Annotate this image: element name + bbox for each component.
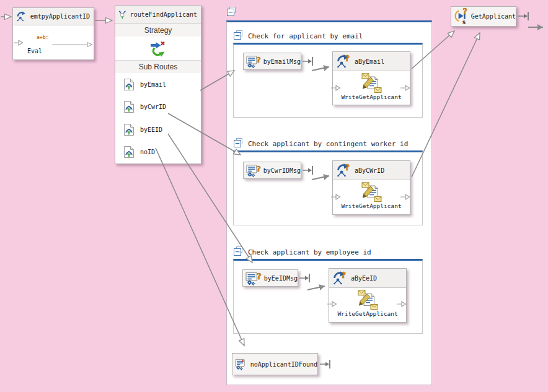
subroute-item-byCwrID[interactable]: byCwrID <box>115 96 201 119</box>
message-question-gears-icon: ? <box>246 163 261 178</box>
subroute-doc-icon <box>123 100 135 113</box>
first-match-strategy-icon[interactable] <box>149 39 167 58</box>
collapse-minus-icon: − <box>234 32 241 40</box>
node-label: WriteGetApplicant <box>341 94 401 100</box>
expression-icon: a+b= <box>37 35 48 40</box>
node-GetApplicant[interactable]: ? S GetApplicant <box>451 6 516 27</box>
subroute-label: byEEID <box>140 126 162 133</box>
subroutes-header: Sub Routes <box>115 60 201 73</box>
subroute-item-byEEID[interactable]: byEEID <box>115 118 201 141</box>
message-question-gears-icon: ? <box>245 271 262 285</box>
service-callout-icon: ? S <box>454 7 469 25</box>
section-header-ee: − Check applicant by employee id <box>234 248 371 256</box>
write-document-envelopes-icon <box>356 290 379 311</box>
write-document-envelopes-icon <box>360 182 382 203</box>
write-document-envelopes-icon <box>360 73 382 94</box>
subroutes-header-label: Sub Routes <box>139 63 178 71</box>
msg-node-byCwrIDMsg[interactable]: ? byCwrIDMsg <box>243 162 301 179</box>
collapse-minus-icon: − <box>227 9 234 16</box>
node-label: aByCWrID <box>355 167 384 174</box>
subroute-label: byCwrID <box>140 103 166 110</box>
subroute-doc-icon <box>123 146 135 159</box>
section-title: Check applicant by employee id <box>248 249 371 256</box>
node-label: aByEeID <box>351 275 377 282</box>
collapse-minus-icon: − <box>234 248 241 256</box>
section-collapse-icon[interactable]: − <box>234 32 244 40</box>
section-collapse-icon[interactable]: − <box>234 248 244 256</box>
strategy-icon-row <box>115 37 201 60</box>
msg-node-byEeIDMsg[interactable]: ? byEeIDMsg <box>242 269 298 287</box>
subroute-label: noID <box>140 149 155 155</box>
pipeline-question-icon: ? <box>336 163 351 178</box>
strategy-header-label: Strategy <box>144 26 172 35</box>
node-routeFindApplicant[interactable]: routeFindApplicant Strategy Sub Routes <box>115 5 201 164</box>
node-label: noApplicantIDFound <box>250 361 317 368</box>
action-node-aByEeID[interactable]: ? aByEeID WriteGetApplicant <box>329 268 407 323</box>
svg-text:?: ? <box>345 54 350 63</box>
subroute-doc-icon <box>123 123 135 136</box>
eval-action-label[interactable]: Eval <box>27 48 42 54</box>
flow-canvas: − − Check for applicant by email ? byEma… <box>0 0 548 392</box>
node-label: byCwrIDMsg <box>263 167 301 174</box>
subroute-label: byEmail <box>140 81 166 88</box>
svg-text:?: ? <box>256 55 260 64</box>
message-question-gears-icon: ? <box>246 54 261 69</box>
section-title: Check applicant by contingent worker id <box>248 141 408 147</box>
pipeline-icon <box>16 9 27 24</box>
pipeline-question-icon: ? <box>332 271 347 286</box>
svg-text:?: ? <box>345 163 350 172</box>
subroute-doc-icon <box>123 78 135 91</box>
msg-node-noApplicantIDFound[interactable]: noApplicantIDFound <box>232 353 318 375</box>
node-label: WriteGetApplicant <box>337 311 397 317</box>
node-label: aByEmail <box>355 58 384 65</box>
subroute-item-noID[interactable]: noID <box>115 141 201 164</box>
flow-end-icon <box>518 12 528 20</box>
node-label: byEmailMsg <box>263 58 301 65</box>
node-label: WriteGetApplicant <box>341 203 401 209</box>
router-icon <box>118 7 126 22</box>
svg-text:?: ? <box>256 164 260 173</box>
collapse-minus-icon: − <box>234 140 241 147</box>
message-error-gears-icon <box>235 355 248 373</box>
node-label: routeFindApplicant <box>130 11 197 18</box>
msg-node-byEmailMsg[interactable]: ? byEmailMsg <box>243 53 301 70</box>
section-header-email: − Check for applicant by email <box>234 32 363 40</box>
strategy-header: Strategy <box>115 24 201 37</box>
node-label: byEeIDMsg <box>264 275 298 282</box>
svg-text:?: ? <box>462 7 467 16</box>
node-emtpyApplicantID[interactable]: emtpyApplicantID a+b= Eval <box>12 7 94 60</box>
svg-text:?: ? <box>341 271 346 280</box>
action-node-aByEmail[interactable]: ? aByEmail WriteGetApplicant <box>332 51 410 105</box>
section-header-cwr: − Check applicant by contingent worker i… <box>234 139 408 148</box>
svg-text:S: S <box>462 20 466 25</box>
section-title: Check for applicant by email <box>248 33 363 40</box>
subroute-item-byEmail[interactable]: byEmail <box>115 73 201 96</box>
pipeline-question-icon: ? <box>336 54 351 69</box>
panel-collapse-icon[interactable]: − <box>227 8 237 17</box>
node-label: emtpyApplicantID <box>30 13 90 20</box>
action-node-aByCWrID[interactable]: ? aByCWrID WriteGetApplicant <box>332 160 410 215</box>
node-label: GetApplicant <box>471 13 516 20</box>
section-collapse-icon[interactable]: − <box>234 139 244 148</box>
svg-text:?: ? <box>257 271 262 281</box>
